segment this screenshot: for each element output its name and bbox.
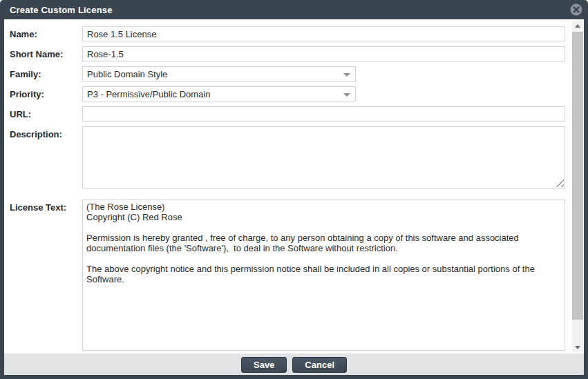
field-row-license-text: License Text: (The Rose License) Copyrig… [10, 200, 565, 351]
chevron-down-icon [343, 93, 350, 97]
name-input[interactable] [82, 26, 565, 41]
short-name-label: Short Name: [10, 46, 82, 59]
cancel-button[interactable]: Cancel [292, 357, 347, 373]
short-name-field-wrap [82, 46, 565, 61]
form: Name: Short Name: Family: Public D [4, 19, 584, 351]
license-text-textarea[interactable]: (The Rose License) Copyright (C) Red Ros… [82, 200, 565, 351]
field-row-family: Family: Public Domain Style [10, 66, 565, 81]
description-label: Description: [10, 126, 82, 139]
priority-field-wrap: P3 - Permissive/Public Domain [82, 86, 565, 101]
license-text-label: License Text: [10, 200, 82, 213]
form-body: Name: Short Name: Family: Public D [4, 19, 584, 353]
name-label: Name: [10, 26, 82, 39]
field-row-description: Description: [10, 126, 565, 188]
url-input[interactable] [82, 106, 565, 122]
scrollbar-thumb[interactable] [572, 32, 583, 320]
family-label: Family: [10, 66, 82, 79]
close-icon[interactable] [570, 3, 582, 16]
create-custom-license-dialog: Create Custom License Name: Short Name: [0, 0, 588, 379]
field-row-url: URL: [10, 106, 565, 122]
name-field-wrap [82, 26, 565, 41]
priority-dropdown[interactable]: P3 - Permissive/Public Domain [82, 86, 356, 101]
dialog-content: Name: Short Name: Family: Public D [4, 19, 584, 375]
scroll-down-arrow-icon[interactable] [572, 342, 583, 352]
description-textarea[interactable] [82, 126, 565, 188]
priority-label: Priority: [10, 86, 82, 99]
description-field-wrap [82, 126, 565, 188]
url-label: URL: [10, 106, 82, 119]
family-selected-value: Public Domain Style [87, 69, 167, 79]
field-row-name: Name: [10, 26, 565, 41]
scroll-up-arrow-icon[interactable] [572, 21, 583, 30]
short-name-input[interactable] [82, 46, 565, 61]
license-text-field-wrap: (The Rose License) Copyright (C) Red Ros… [82, 200, 565, 351]
priority-selected-value: P3 - Permissive/Public Domain [87, 89, 210, 99]
form-scrollbar[interactable] [572, 21, 583, 352]
dialog-title: Create Custom License [10, 5, 113, 15]
chevron-down-icon [343, 73, 350, 77]
close-icon-glyph [570, 3, 582, 16]
field-row-priority: Priority: P3 - Permissive/Public Domain [10, 86, 565, 101]
save-button[interactable]: Save [241, 357, 287, 373]
family-dropdown[interactable]: Public Domain Style [82, 66, 356, 81]
family-field-wrap: Public Domain Style [82, 66, 565, 81]
dialog-footer: Save Cancel [4, 353, 584, 375]
dialog-titlebar: Create Custom License [0, 0, 588, 19]
field-row-short-name: Short Name: [10, 46, 565, 61]
url-field-wrap [82, 106, 565, 122]
